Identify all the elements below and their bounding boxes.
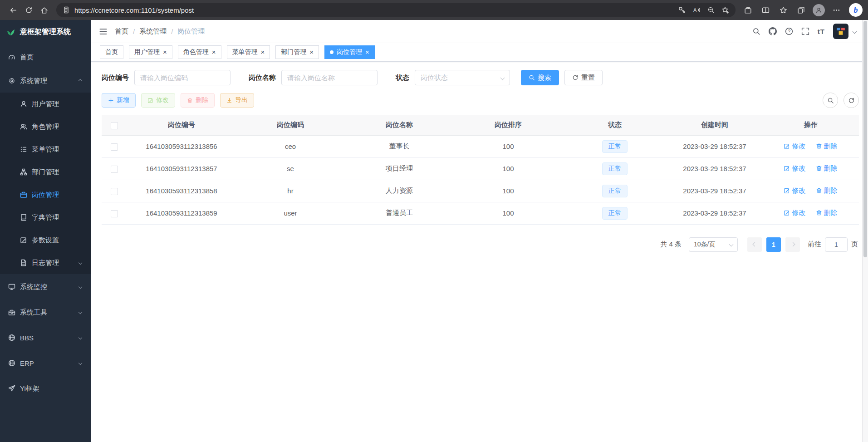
browser-back-button[interactable] [5,2,21,18]
goto-page-input[interactable] [825,237,848,252]
post-id-input[interactable] [134,70,230,85]
sidebar: 意框架管理系统 首页 系统管理 用户管理 角色管理 [0,20,91,442]
delete-button[interactable]: 删除 [181,93,215,108]
tab-close-icon[interactable]: × [261,49,265,55]
split-screen-button[interactable] [758,2,773,18]
row-edit-link[interactable]: 修改 [784,142,805,151]
row-delete-link[interactable]: 删除 [816,142,838,151]
edit-button[interactable]: 修改 [141,93,175,108]
profile-button[interactable] [811,2,826,18]
sidebar-toggle[interactable] [99,27,108,36]
sidebar-item-user-mgmt[interactable]: 用户管理 [0,93,91,115]
row-edit-link[interactable]: 修改 [784,164,805,173]
tab-post-mgmt[interactable]: 岗位管理× [324,45,375,59]
collections-icon [797,6,805,14]
browser-home-button[interactable] [36,2,52,18]
tab-dept-mgmt[interactable]: 部门管理× [275,45,319,59]
column-header-created: 创建时间 [667,115,762,135]
row-edit-link[interactable]: 修改 [784,209,805,217]
tab-user-mgmt[interactable]: 用户管理× [129,45,172,59]
row-delete-link[interactable]: 删除 [816,164,838,173]
tab-close-icon[interactable]: × [163,49,167,55]
row-checkbox[interactable] [111,143,118,151]
add-button[interactable]: 新增 [102,93,136,108]
site-info-icon[interactable] [63,6,70,14]
browser-toolbar-right: b [740,2,863,18]
collections-button[interactable] [793,2,809,18]
fullscreen-icon[interactable] [801,27,809,35]
sidebar-item-erp[interactable]: ERP [0,350,91,376]
breadcrumb-system[interactable]: 系统管理 [139,27,167,36]
row-checkbox[interactable] [111,210,118,217]
help-icon[interactable]: ? [785,27,793,35]
export-button[interactable]: 导出 [220,93,254,108]
sidebar-item-home[interactable]: 首页 [0,45,91,69]
extensions-button[interactable] [740,2,755,18]
reset-button[interactable]: 重置 [564,70,603,85]
cell-post-name: 人力资源 [345,180,454,202]
search-button[interactable]: 搜索 [521,70,559,85]
tab-home[interactable]: 首页 [100,45,123,59]
copilot-icon[interactable]: b [849,3,863,17]
breadcrumb-home[interactable]: 首页 [115,27,128,36]
more-icon [833,6,840,14]
sidebar-item-menu-mgmt[interactable]: 菜单管理 [0,138,91,161]
page-scrollbar[interactable] [862,20,868,442]
key-icon[interactable] [678,6,686,14]
sidebar-item-dept-mgmt[interactable]: 部门管理 [0,161,91,183]
read-aloud-icon[interactable]: A [693,6,700,14]
sidebar-item-yi-framework[interactable]: Yi框架 [0,376,91,401]
refresh-icon [848,97,855,104]
tab-close-icon[interactable]: × [212,49,216,55]
select-all-checkbox[interactable] [111,122,118,129]
scrollbar-thumb[interactable] [863,21,867,257]
sidebar-item-param-settings[interactable]: 参数设置 [0,229,91,251]
row-checkbox[interactable] [111,166,118,173]
show-search-toggle-button[interactable] [823,93,838,108]
sidebar-item-bbs[interactable]: BBS [0,325,91,350]
sidebar-item-dict-mgmt[interactable]: 字典管理 [0,206,91,229]
tab-menu-mgmt[interactable]: 菜单管理× [227,45,270,59]
font-size-icon[interactable]: tT [818,28,825,35]
breadcrumb-separator: / [133,28,135,35]
address-bar[interactable]: https://ccnetcore.com:1101/system/post A [56,3,736,17]
app-title: 意框架管理系统 [20,27,71,37]
page-number-button[interactable]: 1 [766,237,781,252]
refresh-icon [25,6,33,14]
avatar-caret-icon[interactable] [853,29,857,34]
status-select[interactable]: 岗位状态 [415,70,510,85]
row-checkbox[interactable] [111,188,118,195]
row-delete-link[interactable]: 删除 [816,187,838,195]
refresh-table-button[interactable] [843,93,859,108]
user-avatar[interactable] [833,24,848,39]
github-icon[interactable] [769,27,777,35]
tab-close-icon[interactable]: × [365,49,369,55]
browser-refresh-button[interactable] [21,2,36,18]
tab-close-icon[interactable]: × [309,49,314,55]
row-edit-link[interactable]: 修改 [784,187,805,195]
search-icon[interactable] [752,27,760,35]
sidebar-item-system-mgmt[interactable]: 系统管理 [0,69,91,93]
dashboard-icon [8,54,15,61]
star-add-icon[interactable] [722,6,729,14]
next-page-button[interactable] [785,237,800,252]
page-size-select[interactable]: 10条/页 [689,237,738,252]
favorites-button[interactable] [775,2,791,18]
cell-created: 2023-03-29 18:52:37 [667,157,762,180]
sidebar-item-post-mgmt[interactable]: 岗位管理 [0,183,91,206]
sidebar-item-log-mgmt[interactable]: 日志管理 [0,251,91,274]
post-name-input[interactable] [281,70,378,85]
row-delete-link[interactable]: 删除 [816,209,838,217]
tab-role-mgmt[interactable]: 角色管理× [178,45,221,59]
search-form: 岗位编号 岗位名称 状态 岗位状态 搜索 重置 [102,70,859,85]
sidebar-item-system-tools[interactable]: 系统工具 [0,300,91,325]
refresh-icon [572,74,579,81]
sidebar-item-system-monitor[interactable]: 系统监控 [0,274,91,300]
pagination: 共 4 条 10条/页 1 前往 页 [102,237,859,252]
sidebar-item-role-mgmt[interactable]: 角色管理 [0,115,91,138]
browser-menu-button[interactable] [829,2,844,18]
zoom-out-icon[interactable] [707,6,715,14]
user-icon [20,100,27,108]
prev-page-button[interactable] [747,237,762,252]
search-icon [827,97,834,104]
